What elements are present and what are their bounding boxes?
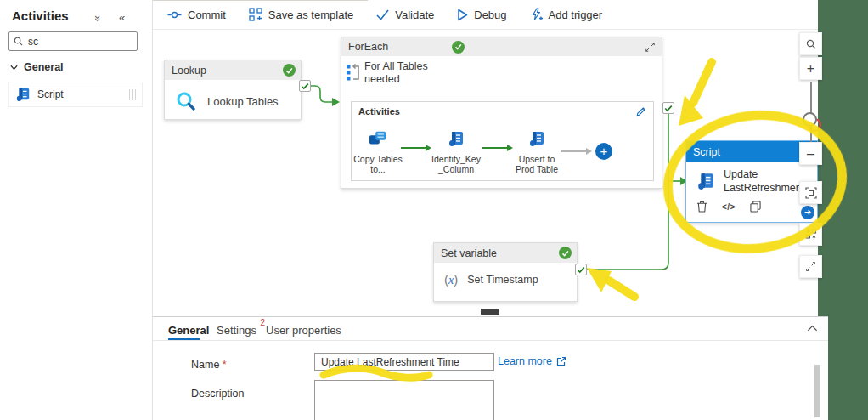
sidebar-title: Activities [12,9,69,23]
inner-activity-label: Copy Tables to... [352,154,404,175]
required-asterisk: * [223,359,227,371]
panel-scrollbar-thumb[interactable] [814,365,820,417]
inner-activity-identify-key[interactable]: Identify_Key_Column [430,129,482,175]
tab-settings[interactable]: Settings2 [217,324,256,337]
script-icon [448,129,465,148]
tab-edge-line [153,0,368,1]
plus-icon: + [807,62,814,76]
success-check-icon [283,64,296,77]
commit-label: Commit [188,9,226,21]
save-as-template-icon [249,8,262,21]
add-trigger-icon [530,8,543,21]
foreach-activities-container[interactable]: Activities Copy Tables to... [351,101,654,181]
adf-pipeline-editor: Activities » « General Script Commit [0,0,868,420]
chevron-down-icon [10,65,18,71]
lookup-header-label: Lookup [172,65,206,77]
zoom-in-button[interactable]: + [799,57,822,80]
success-check-icon [559,247,572,259]
commit-button[interactable]: Commit [167,9,226,21]
foreach-success-connector[interactable] [662,102,674,114]
set-variable-header-label: Set variable [441,247,497,259]
lookup-icon [175,90,197,112]
connector-arrow [401,147,426,149]
clone-icon[interactable] [750,201,761,213]
activities-sidebar: Activities » « General Script [0,0,153,420]
pipeline-toolbar: Commit Save as template Validate Debug A… [153,0,818,30]
zoom-slider-handle[interactable] [803,112,817,127]
search-icon [806,39,816,49]
validate-label: Validate [395,9,434,21]
activity-nav-badge[interactable]: ➜ [801,206,814,219]
check-icon [664,105,673,112]
validate-button[interactable]: Validate [376,9,434,21]
foreach-header-label: ForEach [348,41,388,53]
panel-resize-handle[interactable] [481,309,499,315]
commit-icon [167,9,182,21]
success-check-icon [452,41,465,54]
connector-arrow [482,147,508,149]
activity-card-set-variable[interactable]: Set variable (x) Set Timestamp [433,242,578,302]
add-trigger-button[interactable]: Add trigger [530,8,603,21]
set-variable-success-connector[interactable] [575,264,587,275]
sidebar-section-general[interactable]: General [10,61,64,73]
inner-activity-copy[interactable]: Copy Tables to... [352,129,404,175]
debug-icon [457,9,468,21]
script-header-label: Script [693,146,720,158]
description-textarea[interactable] [314,380,494,420]
copy-data-icon [369,129,387,148]
pencil-icon[interactable] [635,106,646,117]
set-variable-icon: (x) [444,272,458,287]
inner-activity-label: Identify_Key_Column [430,154,482,175]
script-icon [528,129,545,148]
zoom-out-button[interactable]: – [799,142,822,165]
save-as-template-button[interactable]: Save as template [249,8,353,21]
check-icon [577,266,585,274]
activity-card-foreach[interactable]: ForEach For All Tables needed Activities [341,37,662,189]
collapse-diagonal-icon[interactable] [645,42,656,53]
sidebar-item-script[interactable]: Script [8,82,143,107]
search-icon [14,37,23,46]
search-input[interactable] [28,36,121,48]
lookup-success-connector[interactable] [299,80,311,92]
activity-card-lookup[interactable]: Lookup Lookup Tables [164,60,302,120]
pipeline-canvas[interactable]: Lookup Lookup Tables ForEach [153,30,818,316]
activities-search-box[interactable] [8,31,138,51]
sidebar-item-label: Script [37,88,129,100]
collapse-sidebar-icon[interactable]: « [119,11,125,24]
trash-icon[interactable] [696,201,707,213]
code-icon[interactable]: </> [722,202,736,212]
tab-general[interactable]: General [168,324,209,337]
canvas-search-button[interactable] [799,32,822,55]
validate-icon [376,9,389,20]
debug-label: Debug [474,9,506,21]
collapse-panel-chevron-icon[interactable] [807,324,818,332]
inner-activity-upsert[interactable]: Upsert to Prod Table [510,129,563,175]
fit-to-screen-icon [805,187,817,199]
tab-user-properties[interactable]: User properties [266,324,341,337]
name-input[interactable] [314,353,494,371]
connector-arrow-pending [561,150,587,152]
description-field-label: Description [191,388,245,400]
learn-more-label: Learn more [498,355,552,367]
external-link-icon [556,356,566,366]
fit-to-screen-button[interactable] [799,181,822,204]
settings-badge: 2 [260,318,265,327]
auto-align-button[interactable] [799,223,822,246]
learn-more-link[interactable]: Learn more [498,355,566,367]
save-as-template-label: Save as template [268,9,353,21]
collapse-all-icon[interactable]: » [92,15,104,21]
set-variable-activity-name: Set Timestamp [467,274,538,286]
auto-align-icon [805,228,817,241]
debug-button[interactable]: Debug [457,9,506,21]
activity-card-script[interactable]: Script Update LastRefreshment... </> ➜ [685,140,818,223]
name-field-label: Name * [191,359,227,371]
add-inner-activity-button[interactable]: + [595,143,612,160]
script-icon [15,87,31,102]
collapse-diagonal-icon [805,261,816,272]
properties-panel: General Settings2 User properties Name *… [153,316,828,420]
add-trigger-label: Add trigger [549,9,603,21]
collapse-canvas-button[interactable] [799,255,822,278]
section-label: General [24,61,64,73]
drag-handle[interactable] [129,89,137,100]
activities-container-label: Activities [358,106,400,116]
